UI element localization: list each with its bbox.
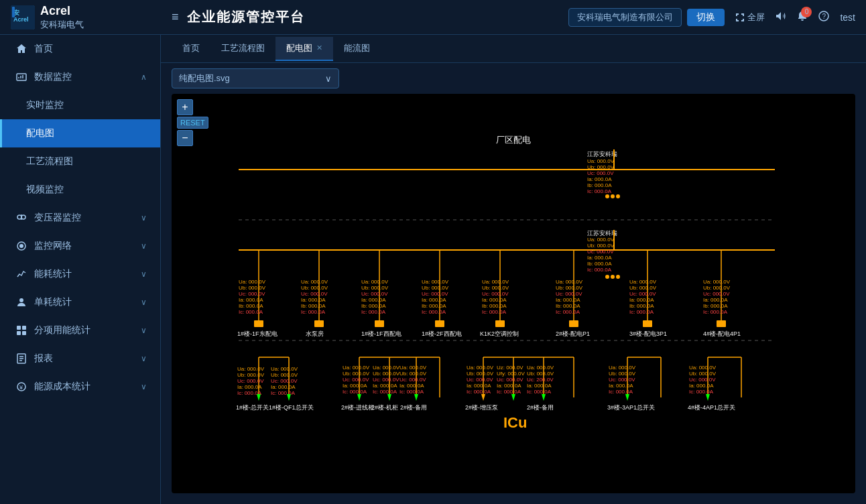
svg-text:Ua: 000.0V: Ua: 000.0V	[689, 365, 717, 371]
sidebar-label-sub-stat: 分项用能统计	[34, 324, 134, 336]
svg-text:Ua: 000.0V: Ua: 000.0V	[271, 366, 298, 372]
svg-text:Ib: 000.0A: Ib: 000.0A	[422, 303, 446, 309]
tab-energy-flow[interactable]: 能流图	[333, 37, 381, 61]
svg-text:Ua: 000.0V: Ua: 000.0V	[239, 279, 266, 285]
tab-process[interactable]: 工艺流程图	[210, 37, 275, 61]
tab-elec-diagram[interactable]: 配电图 ✕	[275, 37, 333, 61]
reset-button[interactable]: RESET	[177, 117, 208, 129]
svg-text:Ic: 000.0A: Ic: 000.0A	[239, 309, 263, 315]
svg-text:Ub: 008.0V: Ub: 008.0V	[527, 371, 554, 377]
tab-home[interactable]: 首页	[172, 37, 210, 61]
svg-point-225	[605, 194, 609, 198]
logo-icon: 安 Acrel	[11, 5, 35, 29]
sidebar-label-data-monitor: 数据监控	[34, 71, 134, 83]
svg-point-219	[378, 322, 381, 325]
sidebar-item-video[interactable]: 视频监控	[0, 176, 160, 204]
sidebar-label-monitor-net: 监控网络	[34, 240, 134, 252]
svg-text:Ua: 000.0V: Ua: 000.0V	[343, 365, 370, 371]
svg-text:Ia: 000.0A: Ia: 000.0A	[237, 384, 262, 390]
sidebar-item-elec-diagram[interactable]: 配电图	[0, 119, 160, 147]
sidebar-item-process[interactable]: 工艺流程图	[0, 147, 160, 176]
content-area: 首页 工艺流程图 配电图 ✕ 能流图 纯配电图.svg ∨ +	[161, 35, 866, 504]
svg-point-223	[646, 322, 649, 325]
svg-text:Ia: 000.0A: Ia: 000.0A	[703, 297, 728, 303]
svg-text:?: ?	[822, 13, 826, 20]
sidebar-item-energy-cost[interactable]: ¥ 能源成本统计 ∨	[0, 373, 160, 401]
sidebar-item-transformer[interactable]: 变压器监控 ∨	[0, 204, 160, 232]
monitor-net-arrow: ∨	[141, 241, 147, 251]
svg-text:Uc: 000.0V: Uc: 000.0V	[343, 377, 369, 383]
svg-text:Ub: 000.0V: Ub: 000.0V	[361, 285, 389, 291]
svg-text:Ib: 000.0A: Ib: 000.0A	[301, 303, 326, 309]
svg-text:Ic: 000.0A: Ic: 000.0A	[271, 390, 296, 396]
svg-text:Ia: 000.0A: Ia: 000.0A	[271, 384, 296, 390]
energy-cost-arrow: ∨	[141, 382, 147, 391]
svg-point-218	[318, 322, 320, 325]
sidebar-label-home: 首页	[34, 43, 147, 55]
svg-rect-3	[12, 7, 15, 17]
svg-text:Ua: 000.0V: Ua: 000.0V	[482, 279, 509, 285]
svg-text:2#楼-配电P1: 2#楼-配电P1	[556, 330, 590, 337]
svg-text:Ia: 000.0A: Ia: 000.0A	[497, 383, 521, 389]
svg-text:Ia: 000.0A: Ia: 000.0A	[629, 297, 654, 303]
report-icon	[15, 353, 27, 365]
monitor-net-icon	[15, 240, 27, 252]
sidebar-item-energy-stat[interactable]: 能耗统计 ∨	[0, 260, 160, 288]
svg-text:江苏安科瑞: 江苏安科瑞	[587, 151, 617, 158]
svg-text:Ua: 000.0V: Ua: 000.0V	[361, 279, 389, 285]
svg-text:3#楼-3AP1总开关: 3#楼-3AP1总开关	[607, 404, 655, 411]
svg-text:Uc: 000.0V: Uc: 000.0V	[629, 291, 656, 297]
svg-text:Ub: 000.0V: Ub: 000.0V	[239, 285, 266, 291]
svg-text:1#楼-QF1总开关: 1#楼-QF1总开关	[269, 404, 314, 411]
main-layout: 首页 数据监控 ∧ 实时监控 配电图 工艺流程图 视频监控	[0, 35, 866, 504]
svg-text:Ub: 000.0V: Ub: 000.0V	[587, 243, 615, 249]
sub-stat-icon	[15, 324, 27, 336]
svg-text:Ia: 000.0A: Ia: 000.0A	[343, 383, 367, 389]
sidebar-item-unit-stat[interactable]: 单耗统计 ∨	[0, 288, 160, 316]
sub-stat-arrow: ∨	[141, 326, 147, 335]
logo-text: Acrel 安科瑞电气	[40, 3, 84, 30]
sidebar-item-monitor-net[interactable]: 监控网络 ∨	[0, 232, 160, 260]
svg-text:Ub: 000.0V: Ub: 000.0V	[399, 371, 427, 377]
notification-icon[interactable]: 0	[797, 11, 808, 24]
svg-text:Uc: 000.0V: Uc: 000.0V	[237, 378, 264, 384]
file-selector[interactable]: 纯配电图.svg ∨	[172, 68, 339, 88]
svg-text:Ub: 000.0V: Ub: 000.0V	[237, 372, 265, 378]
sidebar-item-realtime[interactable]: 实时监控	[0, 91, 160, 119]
svg-text:Ib: 000.0A: Ib: 000.0A	[703, 303, 728, 309]
svg-point-230	[616, 275, 620, 279]
dropdown-arrow-icon: ∨	[325, 74, 332, 84]
svg-text:Ia: 000.0A: Ia: 000.0A	[587, 176, 612, 182]
svg-text:Ic: 000.0A: Ic: 000.0A	[301, 309, 326, 315]
file-selector-bar: 纯配电图.svg ∨	[161, 63, 866, 94]
svg-text:Ib: 000.0A: Ib: 000.0A	[587, 182, 612, 188]
sidebar-item-home[interactable]: 首页	[0, 35, 160, 63]
switch-button[interactable]: 切换	[687, 9, 725, 26]
svg-text:Ub: 000.0V: Ub: 000.0V	[689, 371, 717, 377]
fullscreen-button[interactable]: 全屏	[735, 11, 765, 23]
fullscreen-label: 全屏	[747, 11, 765, 23]
svg-text:Ua: 000.0V: Ua: 000.0V	[587, 158, 615, 164]
svg-text:¥: ¥	[19, 384, 23, 391]
sidebar-item-data-monitor[interactable]: 数据监控 ∧	[0, 63, 160, 91]
zoom-in-button[interactable]: +	[177, 99, 193, 115]
svg-text:Ic: 000.0A: Ic: 000.0A	[482, 309, 507, 315]
menu-icon[interactable]: ≡	[172, 10, 179, 24]
svg-point-11	[21, 215, 25, 219]
svg-text:2#楼-备用: 2#楼-备用	[400, 404, 427, 411]
volume-icon[interactable]	[776, 11, 786, 24]
platform-title: 企业能源管控平台	[187, 8, 305, 26]
sidebar-item-sub-stat[interactable]: 分项用能统计 ∨	[0, 316, 160, 344]
svg-text:Ub: 000.0V: Ub: 000.0V	[271, 372, 298, 378]
zoom-controls: + RESET −	[177, 99, 208, 146]
tab-close-elec[interactable]: ✕	[316, 44, 322, 52]
help-icon[interactable]: ?	[818, 11, 829, 24]
svg-text:Ua: 000.0V: Ua: 000.0V	[609, 365, 636, 371]
svg-text:Ub: 000.0V: Ub: 000.0V	[422, 285, 449, 291]
svg-text:水泵房: 水泵房	[306, 330, 324, 337]
zoom-out-button[interactable]: −	[177, 130, 193, 146]
sidebar-label-realtime: 实时监控	[26, 99, 147, 111]
svg-text:Ic: 000.0A: Ic: 000.0A	[361, 309, 386, 315]
sidebar-item-report[interactable]: 报表 ∨	[0, 344, 160, 373]
svg-text:1#楼-2F西配电: 1#楼-2F西配电	[422, 330, 462, 337]
